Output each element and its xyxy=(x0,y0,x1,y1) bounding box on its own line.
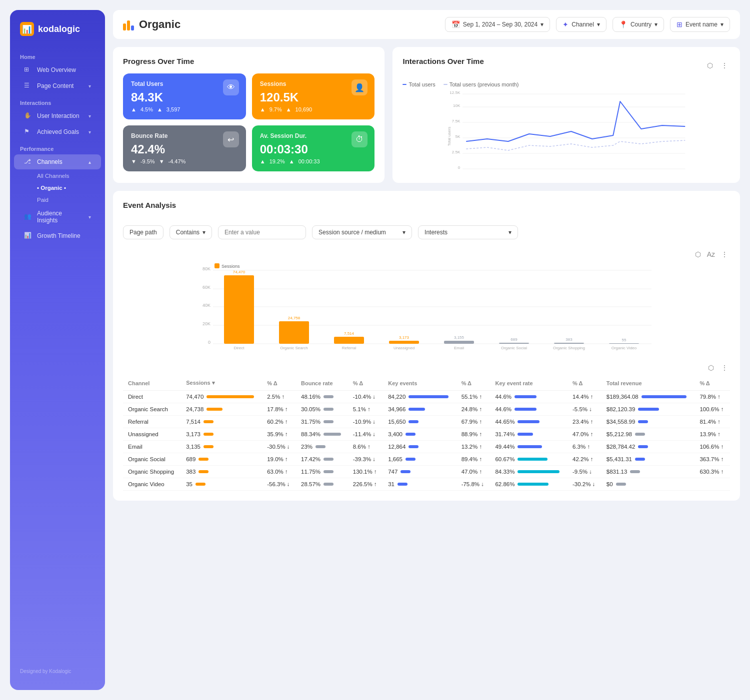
total-users-pct: 4.5% xyxy=(140,106,153,112)
date-filter[interactable]: 📅 Sep 1, 2024 – Sep 30, 2024 ▾ xyxy=(445,17,550,32)
cell-ker: 44.65% xyxy=(490,416,568,428)
sidebar-item-web-overview[interactable]: ⊞ Web Overview xyxy=(14,62,101,77)
col-revenue: Total revenue xyxy=(602,376,695,391)
sessions-value: 120.5K xyxy=(260,90,367,104)
event-analysis-card: Event Analysis Page path Contains ▾ Sess… xyxy=(113,191,740,501)
sidebar-performance-label: Performance xyxy=(10,140,105,154)
legend-prev-month: Total users (previous month) xyxy=(444,81,519,87)
svg-text:10K: 10K xyxy=(454,103,461,108)
total-users-abs: 3,597 xyxy=(166,106,180,112)
svg-text:20K: 20K xyxy=(202,321,210,326)
table-export-icon[interactable]: ⬡ xyxy=(706,363,716,373)
export-icon[interactable]: ⬡ xyxy=(705,60,715,70)
sessions-bar xyxy=(204,420,214,423)
sidebar-item-audience-insights[interactable]: 👥 Audience Insights ▾ xyxy=(14,206,101,227)
sidebar-item-user-interaction[interactable]: ✋ User Interaction ▾ xyxy=(14,108,101,123)
sidebar-subitem-organic[interactable]: Organic • xyxy=(14,182,101,193)
svg-text:40K: 40K xyxy=(202,303,210,308)
sidebar-home-label: Home xyxy=(10,48,105,62)
svg-text:Referral: Referral xyxy=(342,346,356,350)
chart-az-icon[interactable]: Az xyxy=(705,249,717,259)
bar-organic-search[interactable] xyxy=(279,321,309,344)
table-row: Organic Video 35 -56.3% ↓ 28.57% 226.5% … xyxy=(123,478,730,491)
bar-organic-shopping[interactable] xyxy=(554,343,584,344)
bar-referral[interactable] xyxy=(334,337,364,344)
cell-ker: 49.44% xyxy=(490,441,568,453)
bar-unassigned[interactable] xyxy=(389,341,419,344)
table-body: Direct 74,470 2.5% ↑ 48.16% -10.4% ↓ 84,… xyxy=(123,391,730,491)
sidebar-subitem-paid[interactable]: Paid xyxy=(14,194,101,205)
cell-channel: Email xyxy=(123,441,181,453)
bar-organic-social[interactable] xyxy=(499,343,529,344)
page-path-filter[interactable]: Page path xyxy=(123,225,164,239)
cell-revenue: $5,431.31 xyxy=(602,453,695,466)
contains-filter[interactable]: Contains ▾ xyxy=(170,225,212,239)
cell-ker: 44.6% xyxy=(490,403,568,416)
bounce-rate-delta: ▼ -9.5% ▼ -4.47% xyxy=(131,158,238,164)
cell-revenue: $28,784.42 xyxy=(602,441,695,453)
rev-bar xyxy=(642,395,686,398)
interests-filter[interactable]: Interests ▾ xyxy=(418,225,518,239)
chart-more-icon[interactable]: ⋮ xyxy=(719,249,730,259)
cell-bounce-pct: 130.1% ↑ xyxy=(348,466,383,478)
cell-key-events-pct: 47.0% ↑ xyxy=(456,466,490,478)
more-icon[interactable]: ⋮ xyxy=(719,60,730,70)
interactions-over-time-card: Interactions Over Time ⬡ ⋮ Total users T… xyxy=(392,47,740,183)
col-sessions[interactable]: Sessions ▾ xyxy=(181,376,262,391)
event-filter[interactable]: ⊞ Event name ▾ xyxy=(670,17,730,32)
chevron-down-interests: ▾ xyxy=(508,229,512,236)
cell-ker: 62.86% xyxy=(490,478,568,491)
metric-sessions: Sessions 120.5K ▲ 9.7% ▲ 10,690 👤 xyxy=(252,73,375,119)
ker-bar xyxy=(518,483,548,486)
cell-bounce-rate: 30.05% xyxy=(296,403,348,416)
chart-export-icon[interactable]: ⬡ xyxy=(693,249,703,259)
page-path-input[interactable] xyxy=(218,225,306,239)
interests-label: Interests xyxy=(424,229,448,236)
delta-up-icon-2: ▲ xyxy=(260,106,266,112)
sessions-bar xyxy=(204,445,214,448)
delta-abs-icon: ▲ xyxy=(157,106,162,112)
ke-bar xyxy=(408,445,418,448)
sessions-bar xyxy=(206,408,222,411)
svg-text:60K: 60K xyxy=(202,285,210,290)
cell-sessions: 7,514 xyxy=(181,416,262,428)
table-row: Direct 74,470 2.5% ↑ 48.16% -10.4% ↓ 84,… xyxy=(123,391,730,403)
metric-total-users: Total Users 84.3K ▲ 4.5% ▲ 3,597 👁 xyxy=(123,73,246,119)
bar-organic-video[interactable] xyxy=(609,343,639,344)
av-session-value: 00:03:30 xyxy=(260,142,367,156)
sidebar-label-growth: Growth Timeline xyxy=(37,232,91,239)
cell-ker-pct: -9.5% ↓ xyxy=(568,466,602,478)
event-analysis-title: Event Analysis xyxy=(123,201,176,209)
cell-bounce-pct: -10.9% ↓ xyxy=(348,416,383,428)
table-more-icon[interactable]: ⋮ xyxy=(719,363,730,373)
bounce-bar xyxy=(324,408,334,411)
bar-email[interactable] xyxy=(444,341,474,344)
sidebar-item-growth-timeline[interactable]: 📊 Growth Timeline xyxy=(14,228,101,243)
progress-title: Progress Over Time xyxy=(123,57,374,65)
chevron-down-icon-4: ▾ xyxy=(88,214,91,220)
sidebar-subitem-all-channels[interactable]: All Channels xyxy=(14,170,101,181)
bounce-abs: -4.47% xyxy=(168,158,186,164)
title-text: Organic xyxy=(139,18,180,31)
sidebar-item-page-content[interactable]: ☰ Page Content ▾ xyxy=(14,78,101,93)
ker-bar xyxy=(514,395,536,398)
svg-text:Direct: Direct xyxy=(234,346,245,350)
channel-filter[interactable]: ✦ Channel ▾ xyxy=(556,17,606,32)
country-filter[interactable]: 📍 Country ▾ xyxy=(612,17,664,32)
cell-ker-pct: 47.0% ↑ xyxy=(568,428,602,441)
sidebar-item-channels[interactable]: ⎇ Channels ▴ xyxy=(14,154,101,169)
metric-cards-grid: Total Users 84.3K ▲ 4.5% ▲ 3,597 👁 Sessi… xyxy=(123,73,374,171)
delta-up-icon-3: ▲ xyxy=(260,158,266,164)
sidebar-item-achieved-goals[interactable]: ⚑ Achieved Goals ▾ xyxy=(14,124,101,139)
cell-ker: 44.6% xyxy=(490,391,568,403)
cell-ker: 84.33% xyxy=(490,466,568,478)
total-users-value: 84.3K xyxy=(131,90,238,104)
session-source-filter[interactable]: Session source / medium ▾ xyxy=(312,225,412,239)
ke-bar xyxy=(398,483,408,486)
sidebar-label-web-overview: Web Overview xyxy=(37,66,91,73)
metric-bounce-rate: Bounce Rate 42.4% ▼ -9.5% ▼ -4.47% ↩ xyxy=(123,125,246,171)
svg-text:0: 0 xyxy=(208,340,210,345)
bar-direct[interactable] xyxy=(224,275,254,344)
cell-rev-pct: 13.9% ↑ xyxy=(694,428,730,441)
cell-bounce-rate: 11.75% xyxy=(296,466,348,478)
